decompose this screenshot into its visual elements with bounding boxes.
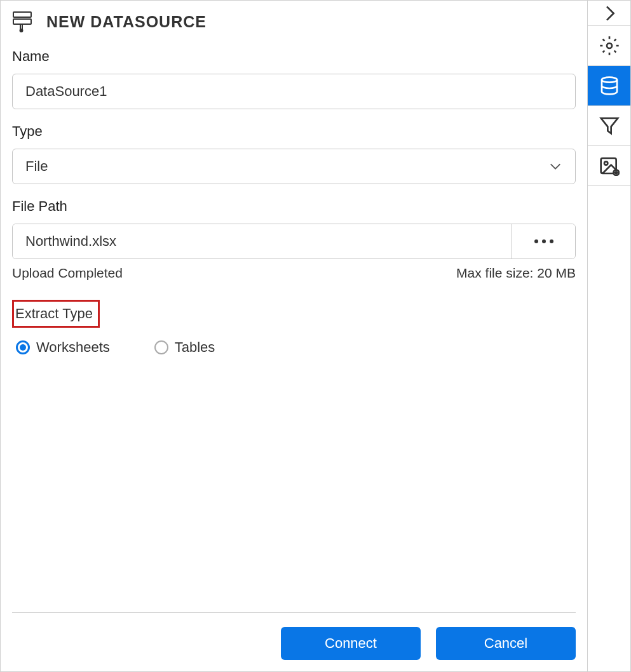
panel-header: NEW DATASOURCE	[12, 10, 576, 33]
name-label: Name	[12, 48, 576, 65]
file-path-group: File Path Upload Completed Max file size…	[12, 198, 576, 281]
extract-type-radio-group: Worksheets Tables	[12, 339, 576, 356]
sidebar-settings-button[interactable]	[588, 26, 630, 66]
database-icon	[599, 76, 620, 96]
file-input-group	[12, 224, 576, 259]
svg-point-8	[607, 43, 612, 48]
file-browse-button[interactable]	[512, 224, 575, 259]
radio-tables-label: Tables	[175, 339, 215, 356]
type-group: Type File	[12, 123, 576, 184]
chevron-down-icon	[548, 159, 562, 173]
svg-point-9	[602, 77, 617, 83]
sidebar-filter-button[interactable]	[588, 106, 630, 146]
radio-worksheets-label: Worksheets	[36, 339, 110, 356]
radio-worksheets-circle	[16, 340, 30, 354]
svg-rect-0	[13, 12, 31, 17]
radio-tables[interactable]: Tables	[154, 339, 215, 356]
panel-title: NEW DATASOURCE	[46, 13, 207, 31]
panel-footer: Connect Cancel	[12, 612, 576, 660]
image-settings-icon	[599, 156, 620, 176]
extract-type-label: Extract Type	[12, 300, 100, 328]
filter-icon	[599, 116, 620, 136]
svg-point-5	[534, 239, 538, 243]
upload-status-text: Upload Completed	[12, 265, 123, 281]
type-selected-value: File	[25, 158, 48, 175]
radio-worksheets[interactable]: Worksheets	[16, 339, 110, 356]
radio-tables-circle	[154, 340, 168, 354]
file-path-label: File Path	[12, 198, 576, 215]
svg-point-7	[550, 239, 553, 243]
main-panel: NEW DATASOURCE Name Type File File Path	[1, 1, 588, 671]
connect-button[interactable]: Connect	[281, 627, 421, 660]
name-group: Name	[12, 48, 576, 109]
svg-point-14	[615, 171, 617, 173]
sidebar-expand-button[interactable]	[588, 1, 630, 26]
gear-icon	[599, 36, 620, 56]
form-body: Name Type File File Path	[12, 48, 576, 612]
ellipsis-icon	[533, 238, 555, 245]
extract-type-group: Extract Type Worksheets Tables	[12, 300, 576, 356]
file-status-row: Upload Completed Max file size: 20 MB	[12, 265, 576, 281]
sidebar-datasource-button[interactable]	[588, 66, 630, 106]
datasource-header-icon	[12, 10, 35, 33]
svg-point-6	[542, 239, 546, 243]
sidebar-image-settings-button[interactable]	[588, 146, 630, 186]
type-label: Type	[12, 123, 576, 140]
svg-point-12	[604, 161, 607, 165]
svg-marker-10	[600, 118, 618, 133]
max-file-size-text: Max file size: 20 MB	[456, 265, 576, 281]
name-input[interactable]	[12, 74, 576, 109]
cancel-button[interactable]: Cancel	[436, 627, 576, 660]
chevron-right-icon	[599, 3, 620, 24]
type-select[interactable]: File	[12, 149, 576, 184]
right-sidebar	[588, 1, 630, 671]
svg-rect-1	[13, 19, 31, 24]
svg-point-4	[20, 29, 23, 32]
file-path-input[interactable]	[13, 224, 512, 259]
